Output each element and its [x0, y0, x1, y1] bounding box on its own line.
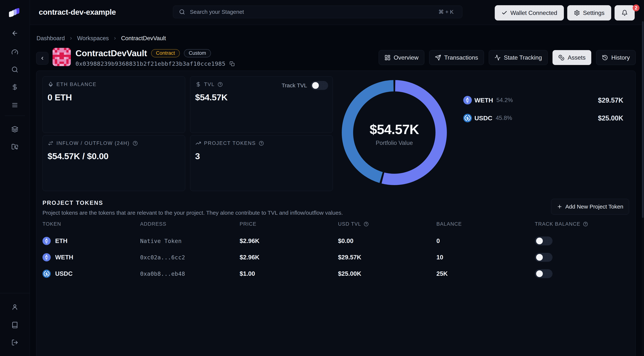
chevron-right-icon: [113, 36, 117, 40]
inflow-outflow-label: INFLOW / OUTFLOW (24H): [56, 140, 130, 146]
sidebar-bottom-divider: [0, 293, 30, 293]
eth-balance-value: 0 ETH: [48, 92, 72, 102]
layers-icon: [11, 126, 18, 133]
custom-badge: Custom: [184, 49, 211, 57]
help-circle-icon[interactable]: [259, 141, 264, 146]
help-circle-icon[interactable]: [133, 141, 138, 146]
swap-arrows-icon: [48, 140, 54, 146]
contract-badge: Contract: [151, 49, 180, 57]
col-price: PRICE: [240, 221, 256, 227]
track-balance-toggle-weth[interactable]: [535, 253, 552, 262]
sidebar-item-account[interactable]: [10, 302, 20, 312]
tab-label: Transactions: [444, 54, 478, 61]
weth-token-icon: [463, 96, 472, 104]
track-balance-toggle-usdc[interactable]: [535, 269, 552, 278]
section-title: PROJECT TOKENS: [42, 200, 103, 206]
search-icon: [11, 66, 18, 73]
back-button[interactable]: [36, 52, 48, 65]
eth-token-icon: [42, 237, 51, 245]
sidebar-back-button[interactable]: [10, 28, 20, 38]
track-balance-toggle-eth[interactable]: [535, 237, 552, 245]
notification-badge: 2: [633, 4, 640, 11]
token-price: $2.96K: [240, 237, 260, 245]
user-icon: [11, 304, 18, 310]
help-circle-icon[interactable]: [583, 222, 588, 226]
portfolio-donut-chart: [342, 80, 447, 185]
tab-overview[interactable]: Overview: [379, 50, 424, 65]
legend-weth-value: $29.57K: [598, 96, 623, 104]
project-tokens-value: 3: [195, 151, 200, 161]
tvl-value: $54.57K: [195, 92, 228, 102]
legend-token-pct: 45.8%: [496, 115, 512, 121]
tab-bar: Overview Transactions State Tracking Ass…: [379, 50, 636, 65]
tab-state-tracking[interactable]: State Tracking: [489, 50, 548, 65]
search-shortcut: ⌘ + K: [438, 9, 454, 15]
eth-balance-label: ETH BALANCE: [56, 81, 96, 87]
add-project-token-button[interactable]: Add New Project Token: [551, 199, 629, 215]
breadcrumb: Dashboard Workspaces ContractDevVault: [36, 35, 166, 42]
tvl-label: TVL: [204, 81, 215, 87]
breadcrumb-dashboard[interactable]: Dashboard: [36, 35, 65, 42]
sidebar-item-finance[interactable]: [10, 82, 20, 92]
chevron-right-icon: [69, 36, 73, 40]
col-address: ADDRESS: [140, 221, 166, 227]
legend-token-name: USDC: [474, 114, 492, 122]
wallet-connected-label: Wallet Connected: [510, 9, 557, 16]
section-description: Project tokens are the tokens that are r…: [42, 210, 343, 216]
logout-icon: [11, 339, 18, 346]
contract-address: 0x03988239b9368831b2f21ebbf23b3af10cce19…: [76, 60, 226, 67]
table-header: TOKEN ADDRESS PRICE USD TVL BALANCE TRAC…: [42, 221, 629, 233]
sidebar-item-logout[interactable]: [10, 337, 20, 348]
col-track-balance: TRACK BALANCE: [535, 221, 588, 227]
chevron-left-icon: [40, 56, 45, 61]
search-input[interactable]: Search your Stagenet ⌘ + K: [173, 5, 462, 18]
copy-icon[interactable]: [230, 61, 234, 66]
token-name: USDC: [55, 270, 73, 277]
settings-button[interactable]: Settings: [567, 5, 611, 20]
track-tvl-toggle[interactable]: [311, 81, 328, 90]
menu-icon: [11, 102, 18, 109]
help-circle-icon[interactable]: [364, 222, 368, 226]
col-track-balance-label: TRACK BALANCE: [535, 221, 580, 227]
dollar-icon: [196, 81, 201, 87]
col-balance: BALANCE: [436, 221, 462, 227]
sidebar-item-contracts[interactable]: [10, 141, 20, 152]
tvl-card: TVL Track TVL $54.57K: [190, 76, 333, 133]
sidebar-item-search[interactable]: [10, 64, 20, 75]
sidebar-item-dashboard[interactable]: [10, 47, 20, 57]
tab-history[interactable]: History: [596, 50, 636, 65]
tab-transactions[interactable]: Transactions: [429, 50, 484, 65]
token-balance: 25K: [436, 270, 448, 277]
sidebar-item-docs[interactable]: [10, 320, 20, 330]
token-price: $2.96K: [240, 254, 260, 261]
eth-balance-card: ETH BALANCE 0 ETH: [42, 76, 185, 133]
search-icon: [179, 9, 185, 15]
app-logo-icon[interactable]: [9, 8, 20, 17]
inflow-outflow-value: $54.57K / $0.00: [48, 151, 108, 161]
usdc-token-icon: [42, 270, 51, 278]
table-row-usdc: USDC 0xa0b8...eb48 $1.00 $25.00K 25K: [42, 266, 629, 282]
inflow-outflow-card: INFLOW / OUTFLOW (24H) $54.57K / $0.00: [42, 135, 185, 191]
token-name: ETH: [55, 237, 68, 245]
tab-assets[interactable]: Assets: [552, 50, 591, 65]
token-usd-tvl: $0.00: [338, 237, 354, 245]
topbar: contract-dev-example Search your Stagene…: [30, 0, 644, 25]
wallet-connected-button[interactable]: Wallet Connected: [495, 5, 564, 20]
scrollbar-thumb[interactable]: [642, 21, 644, 218]
gauge-icon: [11, 49, 18, 55]
token-usd-tvl: $29.57K: [338, 254, 361, 261]
contract-avatar: [52, 48, 71, 66]
add-project-token-label: Add New Project Token: [565, 204, 623, 210]
tab-label: State Tracking: [504, 54, 542, 61]
gear-icon: [574, 10, 580, 16]
token-name: WETH: [55, 254, 73, 261]
breadcrumb-workspaces[interactable]: Workspaces: [77, 35, 109, 42]
sidebar-item-layers[interactable]: [10, 124, 20, 134]
send-icon: [435, 54, 441, 61]
activity-icon: [494, 54, 501, 61]
help-circle-icon[interactable]: [218, 82, 223, 87]
sidebar-item-menu[interactable]: [10, 100, 20, 110]
weth-token-icon: [42, 253, 51, 261]
notifications-button[interactable]: 2: [614, 5, 635, 20]
dollar-icon: [11, 84, 18, 90]
